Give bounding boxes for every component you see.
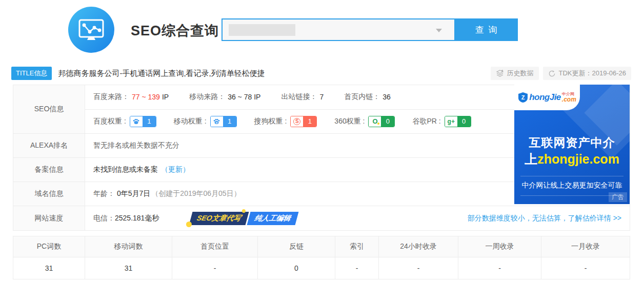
alexa-value: 暂无排名或相关数据不充分	[93, 141, 179, 150]
promo-left-label: SEO文章代写	[189, 212, 249, 225]
google-pr-badge: g+ 0	[445, 116, 471, 127]
speed-carrier-label: 电信：	[93, 214, 115, 223]
zhongjie-logo-dotcom: .com	[562, 96, 576, 103]
stats-value-row: 31 31 - 0 - - - -	[13, 257, 630, 279]
seo-article-promo-banner[interactable]: SEO文章代写 纯人工编辑	[189, 212, 299, 225]
col-header-mobile-words: 移动词数	[85, 236, 172, 257]
row-label-seo: SEO信息	[13, 85, 85, 133]
outbound-links: 出站链接： 7	[281, 92, 324, 102]
icp-refresh-link[interactable]: （更新）	[161, 165, 190, 174]
baidu-weight-badge: 1	[130, 116, 156, 127]
layers-icon	[496, 69, 504, 77]
monitor-chart-icon	[77, 15, 106, 44]
tdk-update-status: TDK更新：2019-06-26	[543, 67, 632, 80]
value-pc-words: 31	[13, 257, 85, 279]
ad-divider	[520, 195, 623, 196]
col-header-pc-words: PC词数	[13, 236, 85, 257]
speed-row: 网站速度 电信： 2525.181毫秒 SEO文章代写 纯人工编辑 部分数据维度…	[13, 206, 630, 230]
speed-value: 2525.181毫秒	[115, 214, 159, 223]
page-title: SEO综合查询	[131, 22, 219, 40]
col-header-week-collect: 一周收录	[458, 236, 541, 257]
chevron-down-icon[interactable]	[436, 29, 442, 32]
value-backlinks: 0	[257, 257, 335, 279]
360-icon: O	[369, 116, 381, 127]
seo-query-page: SEO综合查询 查 询 TITLE信息 邦德商务服务公司-手机通话网上查询,看记…	[0, 0, 644, 281]
value-24h-collect: -	[378, 257, 458, 279]
domain-created-note: （创建于2019年06月05日）	[151, 189, 240, 198]
value-index: -	[335, 257, 378, 279]
360-weight-badge: O 0	[368, 116, 395, 127]
keyword-stats-table: PC词数 移动词数 首页位置 反链 索引 24小时收录 一周收录 一月收录 31…	[13, 236, 630, 279]
value-mobile-words: 31	[85, 257, 172, 279]
col-header-homepage-position: 首页位置	[172, 236, 257, 257]
refresh-icon	[548, 70, 556, 77]
sogou-icon: S	[291, 116, 303, 127]
promo-right-label: 纯人工编辑	[247, 212, 299, 225]
search-input[interactable]	[222, 18, 455, 41]
search-input-redacted-value	[229, 24, 295, 36]
ad-slogan: 中介网让线上交易更加安全可靠	[514, 181, 630, 190]
homepage-internal-links: 首页内链： 36	[344, 92, 391, 102]
baidu-weight: 百度权重 : 1	[93, 116, 156, 127]
zhongjie-ad-banner[interactable]: Z hongJie 中介网 .com 互联网资产中介 上zhongjie.com…	[514, 85, 630, 204]
mobile-traffic: 移动来路： 36 ~ 78 IP	[189, 92, 260, 102]
col-header-backlinks: 反链	[257, 236, 335, 257]
value-week-collect: -	[458, 257, 541, 279]
icp-value: 未找到信息或未备案	[93, 165, 158, 174]
baidu-traffic: 百度来路： 77 ~ 139 IP	[93, 92, 169, 102]
stats-header-row: PC词数 移动词数 首页位置 反链 索引 24小时收录 一周收录 一月收录	[13, 236, 630, 257]
google-pr: 谷歌PR : g+ 0	[412, 116, 471, 127]
sogou-weight: 搜狗权重 : S 1	[254, 116, 317, 127]
search-bar: 查 询	[222, 18, 518, 41]
promo-dot-decoration	[242, 209, 246, 213]
360-weight: 360权重 : O 0	[334, 116, 395, 127]
history-data-label: 历史数据	[507, 69, 534, 78]
row-label-domain: 域名信息	[13, 182, 85, 206]
sogou-weight-badge: S 1	[290, 116, 317, 127]
col-header-index: 索引	[335, 236, 378, 257]
baidu-mobile-paw-icon: M	[211, 116, 223, 127]
google-plus-icon: g+	[445, 116, 457, 127]
query-button[interactable]: 查 询	[455, 18, 518, 41]
valuation-details-link[interactable]: 部分数据维度较小，无法估算，了解估价详情 >>	[468, 214, 621, 223]
domain-age-label: 年龄：	[93, 189, 115, 198]
value-homepage-position: -	[172, 257, 257, 279]
mobile-weight-badge: M 1	[210, 116, 237, 127]
domain-age-value: 0年5月7日	[117, 189, 150, 198]
col-header-month-collect: 一月收录	[541, 236, 630, 257]
promo-dot-decoration	[186, 222, 192, 227]
shield-icon: Z	[518, 92, 528, 103]
ad-headline: 互联网资产中介	[514, 135, 630, 151]
row-label-icp: 备案信息	[13, 158, 85, 182]
row-label-speed: 网站速度	[13, 206, 85, 230]
zhongjie-logo-name: hongJie	[529, 92, 561, 103]
site-logo	[68, 7, 114, 53]
ad-tag: 广告	[609, 192, 627, 202]
title-info-bar: TITLE信息 邦德商务服务公司-手机通话网上查询,看记录,列清单轻松便捷 历史…	[11, 67, 631, 80]
row-label-alexa: ALEXA排名	[13, 134, 85, 157]
mobile-weight: 移动权重 : M 1	[174, 116, 237, 127]
ad-url-line: 上zhongjie.com	[514, 151, 630, 168]
baidu-paw-icon	[130, 116, 143, 127]
tdk-update-label: TDK更新：2019-06-26	[559, 69, 627, 78]
title-badge: TITLE信息	[11, 67, 52, 80]
value-month-collect: -	[541, 257, 630, 279]
zhongjie-logo: Z hongJie 中介网 .com	[514, 85, 580, 110]
svg-text:M: M	[216, 122, 218, 124]
site-title-text: 邦德商务服务公司-手机通话网上查询,看记录,列清单轻松便捷	[58, 69, 265, 78]
svg-text:Z: Z	[521, 94, 525, 101]
history-data-button[interactable]: 历史数据	[491, 67, 539, 80]
ad-divider	[520, 176, 623, 176]
col-header-24h-collect: 24小时收录	[378, 236, 458, 257]
